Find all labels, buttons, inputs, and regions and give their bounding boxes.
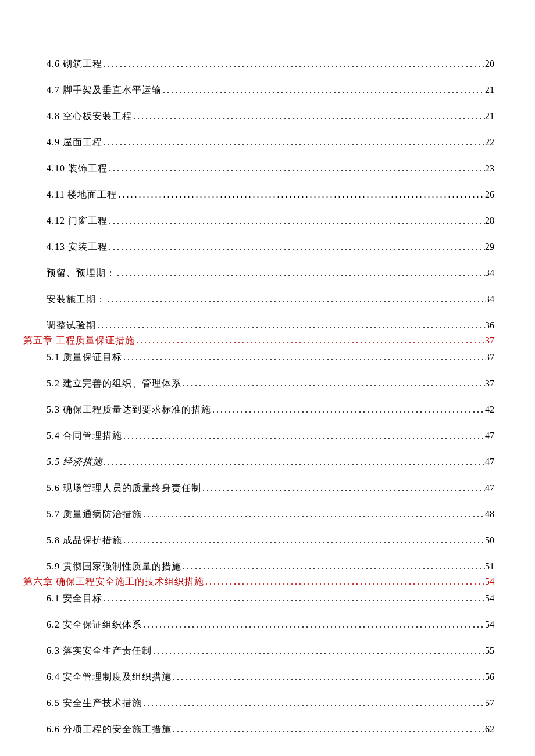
- toc-leader-dots: ........................................…: [106, 294, 485, 304]
- toc-sub-entry: 调整试验期...................................…: [47, 320, 494, 332]
- toc-sub-entry: 4.13 安装工程...............................…: [47, 241, 494, 253]
- toc-page-number: 21: [485, 85, 494, 95]
- toc-page-number: 55: [485, 646, 494, 656]
- toc-page-number: 42: [485, 404, 494, 415]
- toc-leader-dots: ........................................…: [108, 216, 485, 226]
- toc-sub-entry: 6.5 安全生产技术措施............................…: [47, 697, 494, 710]
- toc-leader-dots: ........................................…: [96, 320, 485, 331]
- toc-sub-entry: 5.7 质量通病防治措施............................…: [47, 508, 494, 521]
- toc-sub-entry: 预留、预埋期：.................................…: [47, 267, 494, 280]
- toc-page-number: 34: [485, 294, 494, 304]
- toc-label: 5.2 建立完善的组织、管理体系: [47, 378, 181, 390]
- toc-page-number: 54: [485, 576, 494, 587]
- toc-label: 4.6 砌筑工程: [47, 58, 102, 70]
- toc-leader-dots: ........................................…: [102, 137, 485, 148]
- toc-label: 5.3 确保工程质量达到要求标准的措施: [47, 404, 211, 416]
- toc-label: 6.6 分项工程的安全施工措施: [47, 723, 172, 736]
- toc-sub-entry: 6.6 分项工程的安全施工措施.........................…: [47, 723, 494, 736]
- toc-label: 4.13 安装工程: [47, 241, 108, 253]
- toc-label: 4.7 脚手架及垂直水平运输: [47, 84, 162, 96]
- toc-label: 5.7 质量通病防治措施: [47, 508, 142, 521]
- toc-label: 第六章 确保工程安全施工的技术组织措施: [23, 576, 204, 588]
- toc-label: 4.9 屋面工程: [47, 137, 102, 149]
- toc-page-number: 51: [485, 561, 494, 572]
- toc-leader-dots: ........................................…: [142, 698, 485, 708]
- toc-leader-dots: ........................................…: [142, 619, 485, 630]
- toc-leader-dots: ........................................…: [132, 111, 485, 121]
- toc-page-number: 47: [485, 483, 494, 493]
- toc-page-number: 48: [485, 509, 494, 519]
- toc-leader-dots: ........................................…: [102, 59, 485, 69]
- toc-label: 4.11 楼地面工程: [47, 189, 117, 201]
- toc-label: 4.12 门窗工程: [47, 215, 108, 227]
- toc-leader-dots: ........................................…: [108, 163, 485, 174]
- toc-sub-entry: 5.1 质量保证目标..............................…: [47, 352, 494, 364]
- toc-page-number: 22: [485, 137, 494, 148]
- toc-label: 5.1 质量保证目标: [47, 352, 122, 364]
- toc-sub-entry: 4.10 装饰工程...............................…: [47, 163, 494, 175]
- toc-page-number: 54: [485, 593, 494, 604]
- toc-sub-entry: 4.11 楼地面工程..............................…: [47, 189, 494, 201]
- toc-leader-dots: ........................................…: [172, 724, 485, 734]
- toc-page-number: 37: [485, 378, 494, 389]
- toc-page-number: 57: [485, 698, 494, 708]
- toc-page-number: 21: [485, 111, 494, 121]
- toc-leader-dots: ........................................…: [211, 404, 485, 415]
- toc-leader-dots: ........................................…: [172, 672, 485, 682]
- toc-label: 5.9 贯彻国家强制性质量的措施: [47, 561, 181, 573]
- toc-page-number: 26: [485, 189, 494, 200]
- toc-page-number: 56: [485, 672, 494, 682]
- toc-page-number: 47: [485, 457, 494, 467]
- toc-leader-dots: ........................................…: [122, 352, 485, 363]
- toc-leader-dots: ........................................…: [152, 646, 485, 656]
- toc-leader-dots: ........................................…: [116, 268, 485, 278]
- toc-leader-dots: ........................................…: [201, 483, 485, 493]
- toc-label: 6.3 落实安全生产责任制: [47, 645, 152, 657]
- toc-label: 安装施工期：: [47, 293, 106, 306]
- toc-leader-dots: ........................................…: [117, 189, 485, 200]
- toc-label: 6.1 安全目标: [47, 593, 102, 605]
- toc-page-number: 50: [485, 535, 494, 546]
- toc-label: 5.5 经济措施: [47, 456, 102, 468]
- toc-leader-dots: ........................................…: [122, 431, 485, 441]
- toc-leader-dots: ........................................…: [162, 85, 485, 95]
- toc-page-number: 23: [485, 163, 494, 174]
- toc-label: 5.4 合同管理措施: [47, 430, 122, 442]
- toc-page: 4.6 砌筑工程................................…: [0, 0, 535, 756]
- toc-sub-entry: 5.2 建立完善的组织、管理体系........................…: [47, 378, 494, 390]
- toc-leader-dots: ........................................…: [122, 535, 485, 546]
- toc-sub-entry: 6.3 落实安全生产责任制...........................…: [47, 645, 494, 657]
- toc-label: 4.10 装饰工程: [47, 163, 108, 175]
- toc-leader-dots: ........................................…: [142, 509, 485, 519]
- toc-page-number: 28: [485, 216, 494, 226]
- toc-label: 4.8 空心板安装工程: [47, 110, 132, 123]
- toc-label: 调整试验期: [47, 320, 96, 332]
- toc-page-number: 47: [485, 431, 494, 441]
- toc-leader-dots: ........................................…: [102, 593, 485, 604]
- toc-sub-entry: 5.4 合同管理措施..............................…: [47, 430, 494, 442]
- toc-sub-entry: 5.9 贯彻国家强制性质量的措施........................…: [47, 561, 494, 573]
- toc-chapter-entry: 第五章 工程质量保证措施............................…: [23, 335, 494, 347]
- toc-page-number: 37: [485, 335, 494, 346]
- toc-label: 5.8 成品保护措施: [47, 535, 122, 547]
- toc-sub-entry: 4.6 砌筑工程................................…: [47, 58, 494, 70]
- toc-leader-dots: ........................................…: [102, 457, 485, 467]
- toc-label: 5.6 现场管理人员的质量终身责任制: [47, 482, 201, 495]
- toc-label: 6.4 安全管理制度及组织措施: [47, 671, 172, 683]
- toc-page-number: 37: [485, 352, 494, 363]
- toc-sub-entry: 5.5 经济措施................................…: [47, 456, 494, 468]
- toc-label: 第五章 工程质量保证措施: [23, 335, 135, 347]
- toc-page-number: 62: [485, 724, 494, 734]
- toc-leader-dots: ........................................…: [181, 561, 485, 572]
- toc-page-number: 29: [485, 242, 494, 252]
- toc-page-number: 34: [485, 268, 494, 278]
- toc-sub-entry: 6.1 安全目标................................…: [47, 593, 494, 605]
- toc-sub-entry: 4.12 门窗工程...............................…: [47, 215, 494, 227]
- toc-sub-entry: 5.8 成品保护措施..............................…: [47, 535, 494, 547]
- toc-page-number: 36: [485, 320, 494, 331]
- toc-sub-entry: 4.7 脚手架及垂直水平运输..........................…: [47, 84, 494, 96]
- toc-page-number: 54: [485, 619, 494, 630]
- toc-sub-entry: 安装施工期：..................................…: [47, 293, 494, 306]
- toc-sub-entry: 5.6 现场管理人员的质量终身责任制......................…: [47, 482, 494, 495]
- toc-leader-dots: ........................................…: [108, 242, 485, 252]
